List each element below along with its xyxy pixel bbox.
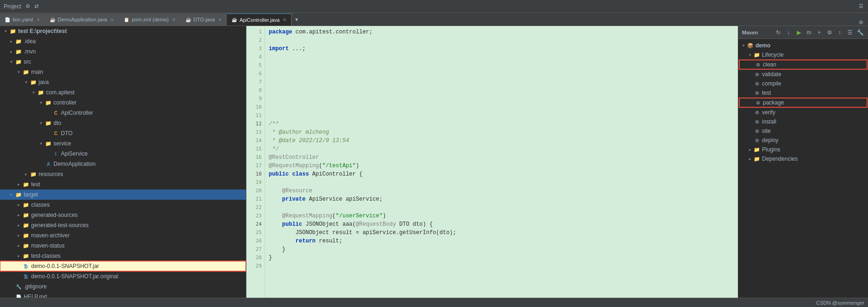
main-folder-icon: 📁 xyxy=(22,68,30,76)
maven-panel: Maven ↻ ↓ ▶ m + ⚙ ↕ ☰ 🔧 ▾ 📦 demo xyxy=(738,26,868,298)
maven-install[interactable]: ⚙ install xyxy=(738,117,868,126)
generated-sources-icon: 📁 xyxy=(22,211,30,219)
expand-icon[interactable]: ⇄ xyxy=(33,3,40,10)
editor-content: 1 2 3 4 5 6 7 8 9 10 11 12 13 14 15 16 1… xyxy=(246,26,738,298)
tab-api-controller[interactable]: ☕ ApiController.java ✕ xyxy=(227,13,292,26)
maven-dependencies-section[interactable]: ▸ 📁 Dependencies xyxy=(738,154,868,163)
tree-item-demo-app[interactable]: A DemoApplication xyxy=(0,159,246,169)
maven-deploy-icon: ⚙ xyxy=(753,137,761,144)
maven-wrench-btn[interactable]: 🔧 xyxy=(856,28,864,37)
line-num-1: 1 xyxy=(246,28,265,36)
tab-label: pom.xml (demo) xyxy=(132,17,168,22)
maven-verify[interactable]: ⚙ verify xyxy=(738,108,868,117)
tab-overflow[interactable]: ▾ xyxy=(292,13,301,26)
com-apitest-arrow: ▾ xyxy=(30,90,37,95)
tree-item-mvn[interactable]: ▸ 📁 .mvn xyxy=(0,46,246,57)
tree-item-api-controller-file[interactable]: C ApiController xyxy=(0,108,246,118)
tab-close-demo[interactable]: ✕ xyxy=(110,17,114,22)
maven-lifecycle-label: Lifecycle xyxy=(762,52,784,58)
tab-dto-java[interactable]: ☕ DTO.java ✕ xyxy=(181,13,227,26)
project-title: Project xyxy=(4,3,21,10)
maven-refresh-btn[interactable]: ↻ xyxy=(774,28,782,37)
code-area[interactable]: package com.apitest.controller; import .… xyxy=(265,26,738,298)
tree-item-resources[interactable]: ▸ 📁 resources xyxy=(0,169,246,179)
gitignore-label: .gitignore xyxy=(24,283,46,290)
tree-item-src[interactable]: ▾ 📁 src xyxy=(0,57,246,67)
maven-status-label: maven-status xyxy=(31,242,65,249)
maven-compile[interactable]: ⚙ compile xyxy=(738,79,868,88)
tree-item-service-folder[interactable]: ▾ 📁 service xyxy=(0,138,246,149)
test-label: test xyxy=(31,181,40,188)
line-num-9: 9 xyxy=(246,95,265,103)
demo-jar-label: demo-0.0.1-SNAPSHOT.jar xyxy=(31,263,99,269)
maven-clean[interactable]: ⚙ clean xyxy=(739,60,867,69)
tab-close-api[interactable]: ✕ xyxy=(283,17,286,22)
yaml-tab-icon: 📄 xyxy=(5,17,10,22)
maven-expand-btn[interactable]: ↕ xyxy=(835,28,844,37)
tab-close-dto[interactable]: ✕ xyxy=(218,17,222,22)
help-md-icon: 📄 xyxy=(15,293,22,298)
maven-status-arrow: ▸ xyxy=(15,243,22,248)
tree-item-generated-test-sources[interactable]: ▸ 📁 generated-test-sources xyxy=(0,220,246,230)
line-num-10: 10 xyxy=(246,103,265,111)
tree-item-com-apitest[interactable]: ▾ 📁 com.apitest xyxy=(0,87,246,98)
tree-item-dto-folder[interactable]: ▾ 📁 dto xyxy=(0,118,246,128)
root-arrow: ▾ xyxy=(2,29,9,33)
tab-close-pom[interactable]: ✕ xyxy=(172,17,176,22)
tree-item-test[interactable]: ▸ 📁 test xyxy=(0,179,246,189)
maven-package[interactable]: ⚙ package xyxy=(739,98,867,107)
tree-item-demo-jar-original[interactable]: 🗜 demo-0.0.1-SNAPSHOT.jar.original xyxy=(0,271,246,281)
maven-plugins-arrow: ▸ xyxy=(747,147,753,152)
maven-root[interactable]: ▾ 📦 demo xyxy=(738,41,868,50)
maven-run-btn[interactable]: ▶ xyxy=(795,28,803,37)
tree-item-controller[interactable]: ▾ 📁 controller xyxy=(0,98,246,108)
tree-item-gitignore[interactable]: 🔧 .gitignore xyxy=(0,281,246,292)
line-num-24: 24 xyxy=(246,220,265,229)
tree-item-test-classes[interactable]: ▸ 📁 test-classes xyxy=(0,251,246,261)
maven-validate-label: validate xyxy=(762,71,781,78)
tree-item-help-md[interactable]: 📄 HELP.md xyxy=(0,292,246,298)
tab-application-yaml[interactable]: 📄 tion.yaml ✕ xyxy=(0,13,45,26)
line-num-26: 26 xyxy=(246,237,265,245)
tab-close-yaml[interactable]: ✕ xyxy=(36,17,40,22)
tab-label: tion.yaml xyxy=(13,17,33,22)
tree-item-classes[interactable]: ▸ 📁 classes xyxy=(0,200,246,210)
maven-run-m-btn[interactable]: m xyxy=(805,28,813,37)
tree-item-idea[interactable]: ▸ 📁 .idea xyxy=(0,36,246,46)
maven-site[interactable]: ⚙ site xyxy=(738,126,868,136)
tree-item-java[interactable]: ▾ 📁 java xyxy=(0,77,246,87)
tree-item-main[interactable]: ▾ 📁 main xyxy=(0,67,246,77)
maven-test-icon: ⚙ xyxy=(753,89,761,97)
maven-menu-btn[interactable]: ☰ xyxy=(846,28,854,37)
maven-site-icon: ⚙ xyxy=(753,127,761,135)
tree-item-api-service[interactable]: I ApiService xyxy=(0,149,246,159)
tab-label: DemoApplication.java xyxy=(58,17,107,22)
tree-item-dto-file[interactable]: C DTO xyxy=(0,128,246,138)
maven-skip-btn[interactable]: + xyxy=(815,28,823,37)
settings-icon[interactable]: ⚙ xyxy=(25,3,31,10)
tab-demo-application[interactable]: ☕ DemoApplication.java ✕ xyxy=(45,13,119,26)
maven-settings-btn[interactable]: ⚙ xyxy=(825,28,834,37)
maven-validate[interactable]: ⚙ validate xyxy=(738,70,868,79)
menu-icon[interactable]: ☰ xyxy=(858,3,864,10)
tree-item-maven-archiver[interactable]: ▸ 📁 maven-archiver xyxy=(0,230,246,241)
right-settings-icon[interactable]: ⚙ xyxy=(858,19,864,26)
maven-lifecycle-section[interactable]: ▾ 📁 Lifecycle xyxy=(738,50,868,59)
maven-plugins-section[interactable]: ▸ 📁 Plugins xyxy=(738,145,868,154)
code-line-23: @RequestMapping("/userService") xyxy=(269,212,734,220)
maven-deploy[interactable]: ⚙ deploy xyxy=(738,136,868,145)
maven-download-btn[interactable]: ↓ xyxy=(784,28,793,37)
tree-item-demo-jar[interactable]: 🗜 demo-0.0.1-SNAPSHOT.jar xyxy=(0,261,246,271)
tree-root[interactable]: ▾ 📁 test E:\project\test xyxy=(0,26,246,36)
tab-pom-xml[interactable]: 📋 pom.xml (demo) ✕ xyxy=(119,13,180,26)
test-arrow: ▸ xyxy=(15,182,22,187)
maven-test[interactable]: ⚙ test xyxy=(738,88,868,98)
src-folder-icon: 📁 xyxy=(15,58,22,65)
sidebar-content: ▾ 📁 test E:\project\test ▸ 📁 .idea ▸ 📁 .… xyxy=(0,26,246,298)
tree-item-generated-sources[interactable]: ▸ 📁 generated-sources xyxy=(0,210,246,220)
code-line-9 xyxy=(269,95,734,103)
code-line-28: } xyxy=(269,254,734,262)
tree-item-target[interactable]: ▾ 📁 target xyxy=(0,189,246,200)
tree-item-maven-status[interactable]: ▸ 📁 maven-status xyxy=(0,241,246,251)
maven-dependencies-icon: 📁 xyxy=(753,155,761,163)
